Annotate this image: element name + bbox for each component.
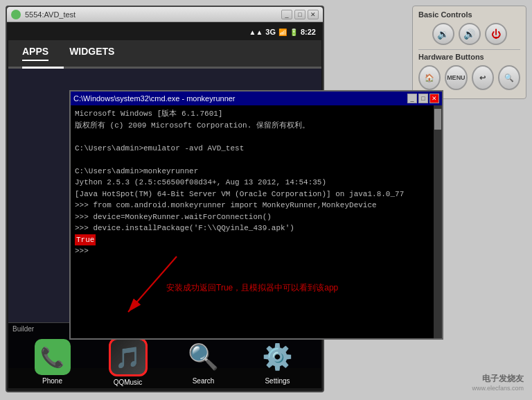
cmd-minimize[interactable]: _ xyxy=(407,94,417,103)
tab-widgets[interactable]: WIDGETS xyxy=(69,46,114,61)
settings-icon-wrap: ⚙️ xyxy=(260,339,296,375)
volume-down-button[interactable]: 🔉 xyxy=(432,23,454,45)
volume-controls-row: 🔉 🔊 ⏻ xyxy=(418,23,520,45)
true-output: True xyxy=(75,234,96,246)
dock-icons: 📞 Phone 🎵 QQMusic 🔍 Search xyxy=(8,335,321,388)
watermark-site: www.elecfans.com xyxy=(472,385,524,392)
back-button[interactable]: ↩ xyxy=(472,65,494,90)
dock-item-settings[interactable]: ⚙️ Settings xyxy=(260,339,296,385)
search-label: Search xyxy=(193,377,215,385)
wifi-icon: 📶 xyxy=(278,28,287,36)
power-button[interactable]: ⏻ xyxy=(485,23,507,45)
volume-up-button[interactable]: 🔊 xyxy=(459,23,481,45)
qqmusic-icon: 🎵 xyxy=(115,345,141,369)
hardware-buttons-title: Hardware Buttons xyxy=(418,53,520,61)
search-icon: 🔍 xyxy=(188,342,219,372)
tab-apps[interactable]: APPS xyxy=(22,46,48,61)
basic-controls-title: Basic Controls xyxy=(418,10,520,19)
dock-item-search[interactable]: 🔍 Search xyxy=(186,339,222,385)
tab-indicator xyxy=(22,67,64,69)
maximize-button[interactable]: □ xyxy=(294,10,305,19)
android-tabs: APPS WIDGETS xyxy=(8,40,321,67)
cmd-output: Microsoft Windows [版本 6.1.7601] 版权所有 (c)… xyxy=(75,108,438,257)
watermark-logo: 电子发烧友 xyxy=(472,373,524,385)
qqmusic-icon-wrap: 🎵 xyxy=(109,338,148,376)
dock-item-phone[interactable]: 📞 Phone xyxy=(35,339,71,385)
cmd-close[interactable]: ✕ xyxy=(429,94,439,103)
close-button[interactable]: ✕ xyxy=(308,10,319,19)
emulator-titlebar: 5554:AVD_test _ □ ✕ xyxy=(7,7,323,22)
cmd-titlebar: C:\Windows\system32\cmd.exe - monkeyrunn… xyxy=(71,92,442,105)
cmd-scrollbar-thumb xyxy=(434,109,441,130)
window-controls: _ □ ✕ xyxy=(281,10,319,19)
signal-icon: ▲▲ xyxy=(249,28,263,36)
basic-controls-section: Basic Controls 🔉 🔊 ⏻ Hardware Buttons 🏠 … xyxy=(413,6,526,98)
settings-label: Settings xyxy=(265,377,290,385)
search-icon-wrap: 🔍 xyxy=(186,339,222,375)
clock: 8:22 xyxy=(301,28,316,36)
cmd-maximize[interactable]: □ xyxy=(418,94,428,103)
emulator-icon xyxy=(11,10,21,19)
menu-button[interactable]: MENU xyxy=(445,65,467,90)
settings-icon: ⚙️ xyxy=(262,342,293,372)
phone-icon: 📞 xyxy=(40,346,64,369)
tab-bar xyxy=(8,67,321,69)
watermark: 电子发烧友 www.elecfans.com xyxy=(472,373,524,392)
cmd-title: C:\Windows\system32\cmd.exe - monkeyrunn… xyxy=(73,94,236,103)
right-panel: Basic Controls 🔉 🔊 ⏻ Hardware Buttons 🏠 … xyxy=(412,6,526,99)
phone-label: Phone xyxy=(42,377,62,385)
cmd-window: C:\Windows\system32\cmd.exe - monkeyrunn… xyxy=(69,90,443,340)
minimize-button[interactable]: _ xyxy=(281,10,292,19)
phone-icon-wrap: 📞 xyxy=(35,339,71,375)
emulator-title: 5554:AVD_test xyxy=(25,10,281,19)
panel-divider xyxy=(418,49,520,50)
cmd-window-controls: _ □ ✕ xyxy=(407,94,439,103)
battery-icon: 🔋 xyxy=(290,28,298,36)
home-button[interactable]: 🏠 xyxy=(418,65,441,90)
android-statusbar: ▲▲ 3G 📶 🔋 8:22 xyxy=(8,24,321,40)
cmd-scrollbar[interactable] xyxy=(434,105,442,338)
search-nav-button[interactable]: 🔍 xyxy=(498,65,520,90)
signal-label: 3G xyxy=(265,28,276,36)
qqmusic-label: QQMusic xyxy=(114,379,143,386)
nav-row: 🏠 MENU ↩ 🔍 xyxy=(418,65,520,90)
dock-item-qqmusic[interactable]: 🎵 QQMusic xyxy=(109,338,148,386)
cmd-content: Microsoft Windows [版本 6.1.7601] 版权所有 (c)… xyxy=(71,105,442,338)
